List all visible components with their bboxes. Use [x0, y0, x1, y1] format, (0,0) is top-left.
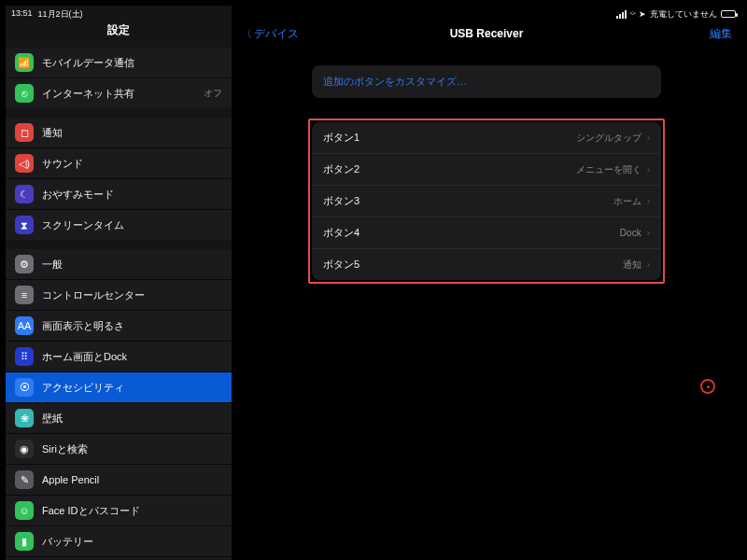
sidebar-item-grid[interactable]: ⠿ホーム画面とDock — [6, 341, 232, 371]
sidebar-item-label: アクセシビリティ — [42, 381, 222, 395]
sound-icon: ◁) — [15, 154, 34, 173]
hourglass-icon: ⧗ — [15, 216, 34, 234]
sidebar-item-label: サウンド — [42, 157, 222, 171]
sidebar-item-pencil[interactable]: ✎Apple Pencil — [6, 464, 232, 495]
button-mapping-row[interactable]: ボタン4Dock› — [312, 217, 661, 248]
link-icon: ⎋ — [15, 84, 34, 103]
assistive-touch-cursor[interactable] — [700, 379, 715, 394]
antenna-icon: 📶 — [15, 53, 34, 72]
battery-icon: ▮ — [15, 532, 34, 551]
siri-icon: ◉ — [15, 440, 34, 458]
charging-text: 充電していません — [650, 8, 717, 21]
settings-sidebar: 設定 📶モバイルデータ通信⎋インターネット共有オフ◻通知◁)サウンド☾おやすみモ… — [6, 6, 232, 560]
location-icon: ➤ — [639, 9, 646, 19]
status-bar: 13:51 11月2日(土) ⌔ ➤ 充電していません — [11, 7, 736, 21]
back-label: デバイス — [254, 26, 299, 42]
battery-icon — [721, 10, 736, 18]
chevron-right-icon: › — [647, 133, 650, 143]
button-name: ボタン4 — [323, 226, 620, 240]
customize-label: 追加のボタンをカスタマイズ… — [323, 76, 467, 87]
chevron-right-icon: › — [647, 259, 650, 270]
sidebar-item-link[interactable]: ⎋インターネット共有オフ — [6, 77, 232, 108]
pencil-icon: ✎ — [15, 470, 34, 489]
sidebar-item-label: インターネット共有 — [42, 87, 195, 101]
button-value: シングルタップ — [576, 132, 641, 145]
sidebar-item-sound[interactable]: ◁)サウンド — [6, 147, 232, 178]
sidebar-item-label: ホーム画面とDock — [42, 350, 222, 364]
sidebar-item-privacy[interactable]: ✋プライバシー — [6, 556, 232, 560]
sidebar-item-label: 通知 — [42, 126, 222, 140]
sidebar-item-bell[interactable]: ◻通知 — [6, 118, 232, 147]
sidebar-item-label: モバイルデータ通信 — [42, 56, 222, 70]
sidebar-item-label: 画面表示と明るさ — [42, 319, 222, 333]
grid-icon: ⠿ — [15, 347, 34, 366]
accessibility-icon: ⦿ — [15, 378, 34, 397]
button-name: ボタン3 — [323, 194, 613, 208]
button-mapping-row[interactable]: ボタン5通知› — [312, 248, 661, 280]
sidebar-item-label: 一般 — [42, 258, 222, 272]
button-name: ボタン2 — [323, 162, 576, 176]
switches-icon: ≡ — [15, 286, 34, 304]
sidebar-item-moon[interactable]: ☾おやすみモード — [6, 178, 232, 209]
customize-additional-buttons[interactable]: 追加のボタンをカスタマイズ… — [312, 65, 661, 98]
faceid-icon: ☺ — [15, 501, 34, 520]
sidebar-item-aa[interactable]: AA画面表示と明るさ — [6, 310, 232, 341]
button-mapping-row[interactable]: ボタン2メニューを開く› — [312, 153, 661, 185]
nav-bar: 〈 デバイス USB Receiver 編集 — [232, 17, 741, 50]
chevron-right-icon: › — [647, 228, 650, 238]
page-title: USB Receiver — [232, 27, 741, 40]
sidebar-item-label: バッテリー — [42, 535, 222, 549]
button-name: ボタン1 — [323, 131, 576, 145]
sidebar-item-label: コントロールセンター — [42, 288, 222, 302]
sidebar-item-hourglass[interactable]: ⧗スクリーンタイム — [6, 209, 232, 240]
wallpaper-icon: ❀ — [15, 409, 34, 427]
detail-pane: 〈 デバイス USB Receiver 編集 追加のボタンをカスタマイズ… ボタ… — [232, 6, 741, 560]
sidebar-item-label: スクリーンタイム — [42, 218, 222, 232]
sidebar-item-antenna[interactable]: 📶モバイルデータ通信 — [6, 48, 232, 77]
cellular-icon — [616, 10, 627, 19]
button-name: ボタン5 — [323, 258, 623, 272]
sidebar-item-faceid[interactable]: ☺Face IDとパスコード — [6, 495, 232, 525]
edit-button[interactable]: 編集 — [710, 26, 732, 42]
sidebar-item-wallpaper[interactable]: ❀壁紙 — [6, 402, 232, 433]
sidebar-item-siri[interactable]: ◉Siriと検索 — [6, 433, 232, 464]
wifi-icon: ⌔ — [630, 9, 635, 19]
sidebar-item-label: Face IDとパスコード — [42, 504, 222, 518]
button-value: 通知 — [623, 259, 641, 272]
button-value: ホーム — [613, 195, 641, 208]
aa-icon: AA — [15, 316, 34, 335]
sidebar-item-battery[interactable]: ▮バッテリー — [6, 525, 232, 556]
sidebar-item-gear[interactable]: ⚙一般 — [6, 249, 232, 279]
sidebar-item-label: 壁紙 — [42, 412, 222, 426]
button-value: メニューを開く — [576, 163, 641, 176]
sidebar-item-label: おやすみモード — [42, 188, 222, 202]
status-date: 11月2日(土) — [38, 8, 83, 21]
moon-icon: ☾ — [15, 185, 34, 203]
button-mapping-list: ボタン1シングルタップ›ボタン2メニューを開く›ボタン3ホーム›ボタン4Dock… — [312, 122, 661, 280]
bell-icon: ◻ — [15, 123, 34, 142]
back-button[interactable]: 〈 デバイス — [241, 26, 299, 42]
sidebar-item-label: Apple Pencil — [42, 474, 222, 485]
button-value: Dock — [620, 228, 641, 238]
chevron-right-icon: › — [647, 196, 650, 206]
button-mapping-row[interactable]: ボタン3ホーム› — [312, 185, 661, 217]
gear-icon: ⚙ — [15, 255, 34, 273]
sidebar-item-accessibility[interactable]: ⦿アクセシビリティ — [6, 371, 232, 402]
sidebar-item-trail: オフ — [204, 87, 222, 100]
button-mapping-row[interactable]: ボタン1シングルタップ› — [312, 122, 661, 153]
status-time: 13:51 — [11, 8, 33, 21]
highlight-annotation: ボタン1シングルタップ›ボタン2メニューを開く›ボタン3ホーム›ボタン4Dock… — [308, 119, 665, 284]
chevron-left-icon: 〈 — [241, 26, 252, 42]
chevron-right-icon: › — [647, 164, 650, 175]
sidebar-item-label: Siriと検索 — [42, 442, 222, 456]
sidebar-item-switches[interactable]: ≡コントロールセンター — [6, 279, 232, 310]
